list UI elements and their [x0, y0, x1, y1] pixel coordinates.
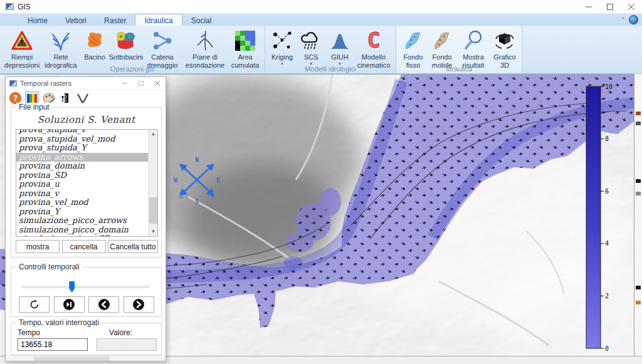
cross-section-icon[interactable] [76, 91, 90, 105]
svg-text:C: C [367, 29, 380, 52]
tab-social[interactable]: Social [182, 14, 221, 26]
panel-minimize-button[interactable] [117, 77, 133, 90]
compass-e-label: E [216, 177, 220, 184]
time-slider[interactable] [21, 281, 150, 293]
valore-label: Valore: [109, 328, 132, 337]
temporal-controls-label: Controlli temporali [16, 263, 82, 271]
list-item[interactable]: provina_vel_mod [16, 198, 148, 207]
giuh-hydrograph-icon [329, 29, 351, 53]
group-label-operazioni-gis: Operazioni gis [0, 65, 265, 73]
tab-vettori[interactable]: Vettori [56, 14, 95, 26]
play-pause-button[interactable] [54, 296, 85, 313]
area-cumulata-button[interactable]: Area cumulata [228, 28, 262, 69]
colorbar-tick-6: 6 [605, 188, 609, 195]
list-scrollbar[interactable]: ▲ ▼ [148, 130, 157, 236]
legend-strip [634, 74, 642, 356]
panel-title: Temporal rasters [20, 80, 71, 87]
scroll-down-icon[interactable]: ▼ [149, 227, 158, 236]
fondo-mobile-button[interactable]: Fondo mobile [428, 28, 456, 69]
svg-text:?: ? [13, 94, 17, 103]
modello-cinematico-button[interactable]: C Modello cinematico [354, 28, 393, 69]
list-item[interactable]: prova_stupida_Y [16, 143, 148, 153]
fondo-fisso-button[interactable]: Fondo fisso [399, 28, 428, 69]
colorbar-tick-2: 2 [605, 293, 609, 299]
fixed-bed-river-icon [403, 29, 424, 53]
scs-button[interactable]: SCS ▾ [297, 28, 325, 65]
scs-rain-cloud-icon [300, 29, 322, 53]
tab-idraulica[interactable]: Idraulica [135, 14, 182, 26]
slider-track[interactable] [21, 286, 150, 288]
show-results-magnifier-icon [463, 29, 484, 53]
mostra-button[interactable]: mostra [16, 240, 60, 253]
file-input-group: File input Soluzioni S. Venant prova_stu… [11, 107, 162, 257]
hscroll-thumb[interactable] [34, 356, 109, 361]
ribbon-group-modelli-idrologici: Kriging ▾ SCS ▾ GIUH ▾ C Modello cinemat… [265, 26, 396, 73]
mostra-risultati-button[interactable]: Mostra risultati [456, 28, 490, 69]
collapse-ribbon-icon[interactable]: ⌃ [621, 16, 626, 23]
catena-drenaggio-button[interactable]: Catena drenaggio [143, 28, 182, 69]
rete-idrografica-button[interactable]: Rete idrografica [41, 28, 80, 69]
file-input-label: File input [16, 103, 52, 112]
scs-dropdown-icon[interactable]: ▾ [310, 62, 312, 65]
subbasins-icon [115, 29, 137, 53]
compass-w-label: W [174, 177, 178, 184]
list-item[interactable]: prova_stupida_vel_mod [16, 135, 148, 144]
kriging-button[interactable]: Kriging ▾ [268, 28, 297, 65]
list-item[interactable]: provina_u [16, 180, 148, 189]
panel-horizontal-scrollbar[interactable] [6, 355, 166, 361]
ribbon-group-idraulica: Fondo fisso Fondo mobile Mostra risultat… [396, 26, 522, 73]
piane-esondazione-button[interactable]: Piane di esondazione [182, 28, 228, 69]
tempo-input[interactable] [18, 338, 88, 351]
giuh-dropdown-icon[interactable]: ▾ [339, 62, 341, 65]
cancella-tutto-button[interactable]: Cancella tutto [108, 240, 158, 253]
panel-titlebar[interactable]: Temporal rasters [6, 77, 166, 90]
scale-ruler-icon[interactable] [59, 91, 73, 105]
list-item[interactable]: provina_SD [16, 171, 148, 180]
grafico-3d-button[interactable]: Grafico 3D [490, 28, 519, 69]
restart-button[interactable] [19, 296, 50, 313]
next-step-button[interactable] [124, 296, 154, 313]
solutions-list[interactable]: prova_stupida_v prova_stupida_vel_mod pr… [16, 129, 158, 237]
list-item[interactable]: provina_v [16, 189, 148, 199]
legend-fragment [636, 122, 641, 125]
list-item[interactable]: provina_domain [16, 162, 148, 171]
list-item-selected[interactable]: provina_arrows [16, 153, 148, 162]
stream-network-icon [50, 29, 71, 53]
tab-raster[interactable]: Raster [95, 14, 135, 26]
list-item[interactable]: simulazione_picco_SD [16, 234, 148, 237]
temporal-controls-group: Controlli temporali [11, 267, 162, 317]
list-item[interactable]: simulazione_picco_arrows [16, 216, 148, 226]
legend-fragment [636, 112, 641, 115]
help-globe-icon[interactable] [629, 15, 638, 24]
kriging-dropdown-icon[interactable]: ▾ [281, 62, 283, 65]
panel-close-button[interactable] [149, 77, 166, 90]
legend-fragment [636, 301, 641, 304]
close-button[interactable] [621, 0, 642, 14]
previous-step-button[interactable] [88, 296, 119, 313]
sottobacini-button[interactable]: Sottobacini [109, 28, 143, 61]
panel-icon [9, 80, 17, 86]
legend-fragment [636, 286, 641, 289]
kriging-icon [271, 29, 293, 53]
bacino-button[interactable]: Bacino [80, 28, 109, 61]
mobile-bed-river-icon [431, 29, 453, 53]
list-item[interactable]: provina_Y [16, 207, 148, 217]
panel-maximize-button[interactable] [133, 77, 149, 90]
kinematic-model-icon: C [363, 29, 384, 53]
colorbar-tick-0: 0 [605, 345, 609, 352]
maximize-button[interactable] [599, 0, 621, 14]
query-group-label: Tempo, valori interrogati [16, 318, 102, 327]
minimize-button[interactable] [578, 0, 599, 14]
tab-home[interactable]: Home [19, 14, 56, 26]
tempo-label: Tempo [18, 328, 40, 337]
cumulated-area-icon [235, 29, 255, 53]
cancella-button[interactable]: cancella [62, 240, 106, 253]
riempi-depressioni-button[interactable]: Riempi depressioni [3, 28, 41, 69]
scroll-up-icon[interactable]: ▲ [149, 130, 158, 138]
slider-thumb[interactable] [69, 281, 75, 293]
compass-n-label: N [195, 157, 199, 164]
giuh-button[interactable]: GIUH ▾ [325, 28, 354, 65]
ribbon-tab-row: Home Vettori Raster Idraulica Social ⌃ [0, 14, 642, 26]
scrollbar-thumb[interactable] [149, 197, 157, 224]
list-item[interactable]: simulazione_picco_domain [16, 226, 148, 235]
